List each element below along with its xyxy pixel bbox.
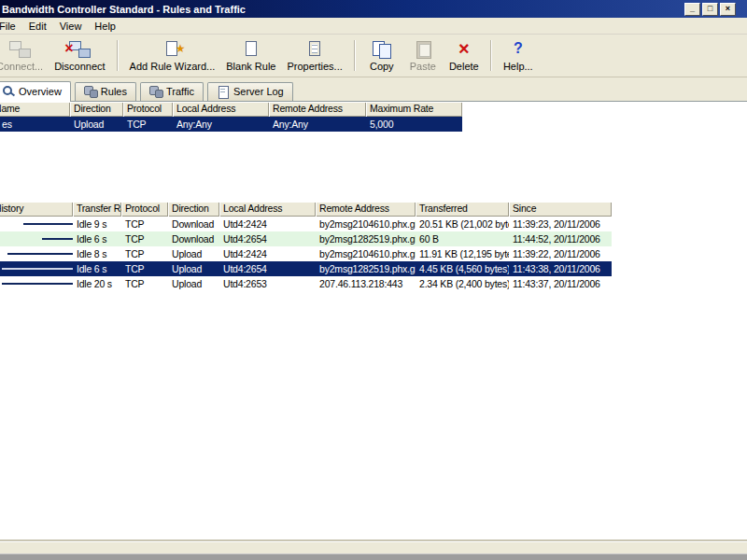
transferred-cell: 11.91 KB (12,195 bytes) <box>416 246 509 261</box>
traffic-row[interactable]: Idle 6 s TCP Download Utd4:2654 by2msg12… <box>0 231 612 246</box>
rule-name-cell: es <box>0 117 70 132</box>
traffic-table: History Transfer Rate Protocol Direction… <box>0 202 612 291</box>
disconnect-button[interactable]: Disconnect <box>49 38 110 74</box>
rules-column-direction[interactable]: Direction <box>70 102 123 117</box>
traffic-row[interactable]: Idle 20 s TCP Upload Utd4:2653 207.46.11… <box>0 276 612 291</box>
since-cell: 11:39:23, 20/11/2006 <box>509 217 612 231</box>
traffic-column-direction[interactable]: Direction <box>168 202 219 217</box>
tab-server-log-label: Server Log <box>233 86 284 97</box>
tab-overview-label: Overview <box>19 86 62 97</box>
transfer-rate-cell: Idle 20 s <box>73 276 121 291</box>
copy-button[interactable]: Copy <box>361 38 402 74</box>
tab-traffic-label: Traffic <box>166 86 194 97</box>
traffic-column-history[interactable]: History <box>0 202 73 217</box>
page-lines-glyph <box>309 41 320 56</box>
content-panel: Name Direction Protocol Local Address Re… <box>0 102 747 541</box>
minimize-button[interactable]: _ <box>684 3 700 16</box>
red-x-overlay-icon <box>64 41 73 56</box>
paste-icon <box>411 40 435 59</box>
rule-remote-address-cell: Any:Any <box>269 117 366 132</box>
traffic-row-selected[interactable]: Idle 6 s TCP Upload Utd4:2654 by2msg1282… <box>0 261 612 276</box>
transfer-rate-cell: Idle 9 s <box>73 217 121 231</box>
overview-icon <box>2 86 15 97</box>
rule-row[interactable]: es Upload TCP Any:Any Any:Any 5,000 <box>0 117 462 132</box>
since-cell: 11:44:52, 20/11/2006 <box>509 231 612 246</box>
menu-edit[interactable]: Edit <box>22 19 53 34</box>
direction-cell: Download <box>168 231 219 246</box>
history-sparkline <box>42 238 73 240</box>
app-window: Bandwidth Controller Standard - Rules an… <box>0 0 747 553</box>
rules-column-name[interactable]: Name <box>0 102 70 117</box>
local-address-cell: Utd4:2424 <box>219 217 316 231</box>
history-cell <box>0 246 73 261</box>
traffic-column-local-address[interactable]: Local Address <box>219 202 316 217</box>
traffic-column-transfer-rate[interactable]: Transfer Rate <box>73 202 121 217</box>
traffic-column-remote-address[interactable]: Remote Address <box>316 202 416 217</box>
add-rule-wizard-label: Add Rule Wizard... <box>130 61 216 72</box>
disconnect-label: Disconnect <box>54 61 105 72</box>
history-cell <box>0 231 73 246</box>
transferred-cell: 20.51 KB (21,002 bytes) <box>416 217 509 231</box>
tab-server-log[interactable]: Server Log <box>207 82 293 101</box>
rule-direction-cell: Upload <box>70 117 123 132</box>
protocol-cell: TCP <box>121 261 168 276</box>
screen: Bandwidth Controller Standard - Rules an… <box>0 0 747 560</box>
remote-address-cell: by2msg2104610.phx.gbl:1 <box>316 246 416 261</box>
server-log-icon <box>217 86 230 97</box>
traffic-column-protocol[interactable]: Protocol <box>121 202 168 217</box>
rules-column-maximum-rate[interactable]: Maximum Rate <box>366 102 462 117</box>
menu-file[interactable]: File <box>0 19 22 34</box>
direction-cell: Upload <box>168 276 219 291</box>
traffic-column-since[interactable]: Since <box>509 202 612 217</box>
tab-rules[interactable]: Rules <box>75 82 136 101</box>
window-controls: _ □ × <box>684 3 747 16</box>
protocol-cell: TCP <box>121 217 168 231</box>
delete-label: Delete <box>449 61 479 72</box>
menu-help[interactable]: Help <box>88 19 122 34</box>
rules-column-remote-address[interactable]: Remote Address <box>269 102 366 117</box>
remote-address-cell: by2msg1282519.phx.gbl:1 <box>316 261 416 276</box>
remote-address-cell: 207.46.113.218:443 <box>316 276 416 291</box>
help-button[interactable]: Help... <box>498 38 539 74</box>
protocol-cell: TCP <box>121 246 168 261</box>
connect-button[interactable]: Connect... <box>0 38 49 74</box>
close-button[interactable]: × <box>720 3 736 16</box>
rules-column-protocol[interactable]: Protocol <box>123 102 173 117</box>
history-cell <box>0 217 73 231</box>
title-bar[interactable]: Bandwidth Controller Standard - Rules an… <box>0 0 747 18</box>
paste-button[interactable]: Paste <box>402 38 444 74</box>
transferred-cell: 2.34 KB (2,400 bytes) <box>416 276 509 291</box>
status-bar <box>0 541 747 553</box>
traffic-row[interactable]: Idle 9 s TCP Download Utd4:2424 by2msg21… <box>0 217 612 231</box>
copy-label: Copy <box>370 61 394 72</box>
since-cell: 11:43:38, 20/11/2006 <box>509 261 612 276</box>
rules-column-local-address[interactable]: Local Address <box>173 102 269 117</box>
tab-overview[interactable]: Overview <box>0 81 71 102</box>
traffic-row[interactable]: Idle 8 s TCP Upload Utd4:2424 by2msg2104… <box>0 246 612 261</box>
direction-cell: Upload <box>168 261 219 276</box>
maximize-button[interactable]: □ <box>702 3 718 16</box>
delete-icon <box>452 40 476 59</box>
remote-address-cell: by2msg2104610.phx.gbl:1 <box>316 217 416 231</box>
remote-address-cell: by2msg1282519.phx.gbl:1 <box>316 231 416 246</box>
traffic-column-transferred[interactable]: Transferred <box>416 202 509 217</box>
help-label: Help... <box>503 61 533 72</box>
tab-traffic[interactable]: Traffic <box>140 82 204 101</box>
copy-icon <box>370 40 394 59</box>
direction-cell: Download <box>168 217 219 231</box>
rule-local-address-cell: Any:Any <box>173 117 269 132</box>
star-glyph <box>176 43 186 54</box>
rules-table-header: Name Direction Protocol Local Address Re… <box>0 102 462 117</box>
blank-rule-button[interactable]: Blank Rule <box>220 38 281 74</box>
menu-bar: File Edit View Help <box>0 18 747 35</box>
delete-button[interactable]: Delete <box>444 38 485 74</box>
paste-label: Paste <box>410 61 436 72</box>
help-icon <box>506 40 530 59</box>
protocol-cell: TCP <box>121 276 168 291</box>
properties-button[interactable]: Properties... <box>281 38 347 74</box>
local-address-cell: Utd4:2424 <box>219 246 316 261</box>
add-rule-wizard-button[interactable]: Add Rule Wizard... <box>124 38 221 74</box>
traffic-table-header: History Transfer Rate Protocol Direction… <box>0 202 612 217</box>
rule-maximum-rate-cell: 5,000 <box>366 117 462 132</box>
menu-view[interactable]: View <box>53 19 89 34</box>
